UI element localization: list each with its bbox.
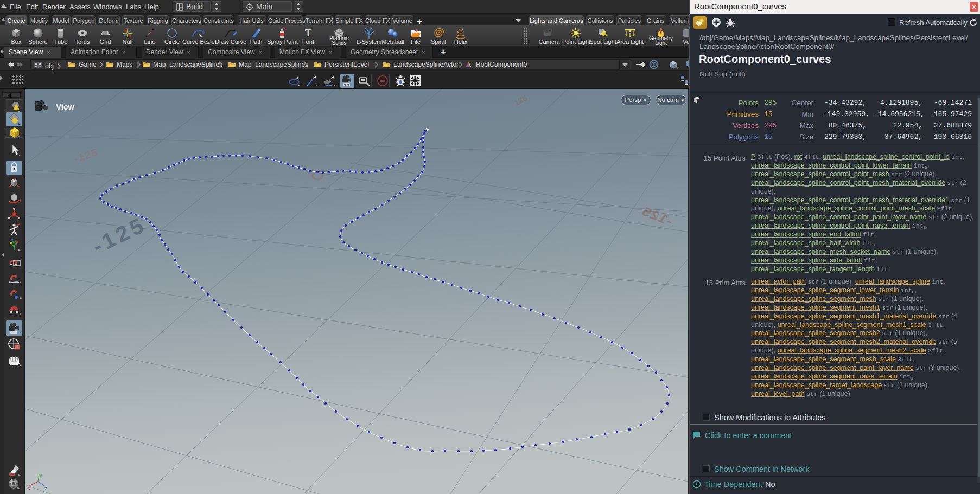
svg-text:x: x	[28, 485, 30, 491]
svg-text:T: T	[305, 27, 312, 39]
svg-text:y: y	[40, 473, 42, 478]
svg-text:z: z	[44, 486, 47, 491]
